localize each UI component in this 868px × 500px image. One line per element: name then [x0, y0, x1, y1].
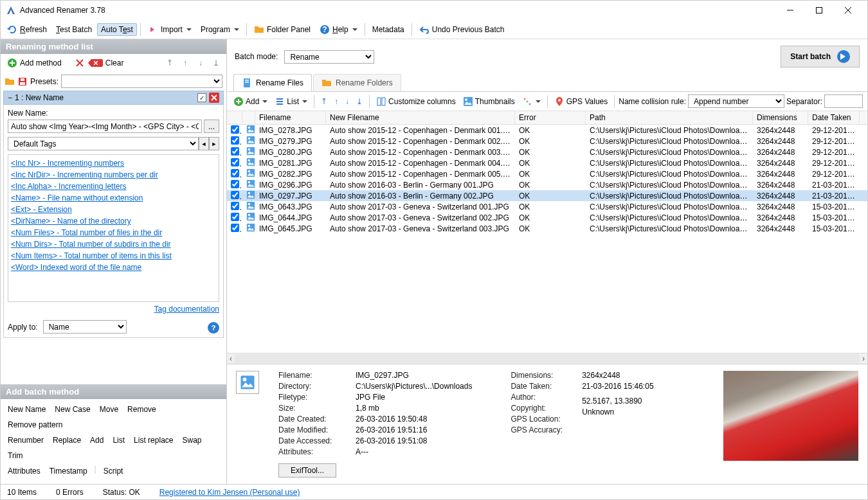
batch-method-attributes[interactable]: Attributes: [5, 465, 44, 478]
close-button[interactable]: [833, 1, 862, 20]
list-button[interactable]: List: [272, 95, 310, 108]
col-filename[interactable]: Filename: [255, 111, 326, 124]
tag-link[interactable]: <Num Files> - Total number of files in t…: [11, 227, 216, 238]
clear-backspace-icon[interactable]: [87, 58, 103, 68]
method-header[interactable]: − 1 : New Name ✓: [3, 91, 224, 105]
apply-to-select[interactable]: Name: [43, 320, 127, 334]
method-enabled-checkbox[interactable]: ✓: [197, 93, 206, 102]
add-method-button[interactable]: Add method: [5, 57, 64, 69]
table-row[interactable]: IMG_0280.JPG Auto show 2015-12 - Copenha…: [227, 147, 867, 157]
row-checkbox[interactable]: [231, 224, 239, 232]
minimize-button[interactable]: [775, 1, 804, 20]
table-row[interactable]: IMG_0281.JPG Auto show 2015-12 - Copenha…: [227, 157, 867, 168]
tab-rename-files[interactable]: Rename Files: [233, 74, 312, 91]
move-up-button[interactable]: ↑: [179, 57, 192, 69]
tag-link[interactable]: <Num Items> - Total number of items in t…: [11, 250, 216, 262]
batch-method-new-name[interactable]: New Name: [5, 403, 49, 416]
gps-values-button[interactable]: GPS Values: [552, 95, 610, 108]
tab-rename-folders[interactable]: Rename Folders: [313, 74, 401, 91]
add-files-button[interactable]: Add: [231, 95, 270, 108]
horizontal-scrollbar[interactable]: ‹›: [227, 353, 867, 364]
collapse-icon[interactable]: −: [8, 93, 12, 102]
batch-method-swap[interactable]: Swap: [179, 434, 204, 447]
tag-doc-link[interactable]: Tag documentation: [154, 305, 219, 314]
customize-columns-button[interactable]: Customize columns: [374, 95, 458, 108]
row-checkbox[interactable]: [231, 180, 239, 188]
auto-test-button[interactable]: Auto Test: [97, 23, 137, 36]
tag-link[interactable]: <Inc NrDir> - Incrementing numbers per d…: [11, 169, 216, 181]
col-dimensions[interactable]: Dimensions: [753, 111, 808, 124]
thumbnails-button[interactable]: Thumbnails: [460, 95, 518, 108]
row-checkbox[interactable]: [231, 158, 239, 166]
move-down-button[interactable]: ↓: [194, 57, 207, 69]
folder-panel-button[interactable]: Folder Panel: [250, 22, 314, 37]
tag-prev-button[interactable]: ◄: [199, 137, 209, 150]
refresh-button[interactable]: Refresh: [3, 22, 51, 37]
table-row[interactable]: IMG_0645.JPG Auto show 2017-03 - Geneva …: [227, 223, 867, 234]
row-checkbox[interactable]: [231, 136, 239, 145]
row-checkbox[interactable]: [231, 191, 239, 199]
batch-method-script[interactable]: Script: [100, 465, 127, 478]
move-up-button[interactable]: ↑: [332, 96, 341, 107]
tag-link[interactable]: <Ext> - Extension: [11, 204, 216, 215]
registration-link[interactable]: Registered to Kim Jensen (Personal use): [159, 488, 300, 497]
table-row[interactable]: IMG_0297.JPG Auto show 2016-03 - Berlin …: [227, 190, 867, 201]
undo-button[interactable]: Undo Previous Batch: [415, 22, 509, 37]
batch-method-new-case[interactable]: New Case: [51, 403, 93, 416]
separator-input[interactable]: [824, 94, 863, 108]
batch-method-renumber[interactable]: Renumber: [5, 434, 47, 447]
col-new-filename[interactable]: New Filename: [326, 111, 515, 124]
open-folder-icon[interactable]: [5, 76, 15, 87]
batch-mode-select[interactable]: Rename: [284, 50, 374, 64]
import-button[interactable]: Import: [144, 22, 195, 37]
table-row[interactable]: IMG_0643.JPG Auto show 2017-03 - Geneva …: [227, 201, 867, 212]
col-date-taken[interactable]: Date Taken: [808, 111, 860, 124]
tag-link[interactable]: <DirName> - Name of the directory: [11, 215, 216, 227]
tag-link[interactable]: <Inc Nr> - Incrementing numbers: [11, 157, 216, 169]
table-row[interactable]: IMG_0282.JPG Auto show 2015-12 - Copenha…: [227, 168, 867, 179]
start-batch-button[interactable]: Start batch: [781, 46, 860, 67]
metadata-button[interactable]: Metadata: [368, 23, 408, 36]
col-error[interactable]: Error: [515, 111, 586, 124]
test-batch-button[interactable]: Test Batch: [52, 23, 96, 36]
method-help-icon[interactable]: ?: [208, 322, 219, 334]
batch-method-list[interactable]: List: [109, 434, 128, 447]
presets-select[interactable]: [61, 75, 222, 88]
move-down-button[interactable]: ↓: [343, 96, 352, 107]
clear-label[interactable]: Clear: [105, 58, 124, 67]
batch-method-replace[interactable]: Replace: [50, 434, 84, 447]
batch-method-trim[interactable]: Trim: [5, 449, 26, 462]
batch-method-move[interactable]: Move: [96, 403, 122, 416]
maximize-button[interactable]: [804, 1, 833, 20]
move-bottom-button[interactable]: ⤓: [210, 57, 222, 69]
exiftool-button[interactable]: ExifTool...: [278, 463, 336, 478]
row-checkbox[interactable]: [231, 147, 239, 156]
program-button[interactable]: Program: [197, 23, 243, 36]
name-more-button[interactable]: ...: [204, 120, 219, 133]
batch-method-add[interactable]: Add: [87, 434, 107, 447]
table-row[interactable]: IMG_0644.JPG Auto show 2017-03 - Geneva …: [227, 212, 867, 223]
move-bottom-button[interactable]: ⤓: [354, 96, 365, 107]
tag-link[interactable]: <Name> - File name without extension: [11, 192, 216, 204]
tag-category-select[interactable]: Default Tags: [8, 137, 199, 150]
row-checkbox[interactable]: [231, 202, 239, 210]
row-checkbox[interactable]: [231, 169, 239, 177]
save-icon[interactable]: [17, 76, 28, 87]
col-path[interactable]: Path: [586, 111, 753, 124]
method-delete-icon[interactable]: [209, 93, 219, 103]
row-checkbox[interactable]: [231, 213, 239, 221]
help-button[interactable]: ?Help: [316, 22, 361, 37]
move-top-button[interactable]: ⤒: [163, 57, 176, 69]
batch-method-timestamp[interactable]: Timestamp: [46, 465, 91, 478]
batch-method-list-replace[interactable]: List replace: [131, 434, 176, 447]
tag-link[interactable]: <Word> Indexed word of the file name: [11, 262, 216, 273]
view-options-button[interactable]: [520, 95, 543, 108]
tag-next-button[interactable]: ►: [209, 137, 219, 150]
move-top-button[interactable]: ⤒: [318, 96, 330, 107]
batch-method-remove[interactable]: Remove: [124, 403, 159, 416]
table-row[interactable]: IMG_0278.JPG Auto show 2015-12 - Copenha…: [227, 125, 867, 136]
table-row[interactable]: IMG_0296.JPG Auto show 2016-03 - Berlin …: [227, 179, 867, 190]
table-row[interactable]: IMG_0279.JPG Auto show 2015-12 - Copenha…: [227, 136, 867, 147]
tag-link[interactable]: <Num Dirs> - Total number of subdirs in …: [11, 238, 216, 250]
row-checkbox[interactable]: [231, 125, 239, 134]
